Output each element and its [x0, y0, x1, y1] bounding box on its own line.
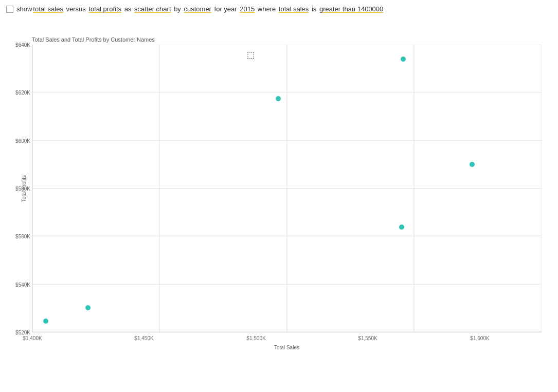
query-by: by [172, 4, 183, 15]
query-versus: versus [64, 4, 88, 15]
query-greater-than: greater than 1400000 [319, 4, 383, 15]
query-for-year: for year [212, 4, 239, 15]
query-is: is [310, 4, 318, 15]
x-tick-1600: $1,600K [470, 335, 489, 341]
x-axis-label: Total Sales [32, 345, 542, 350]
data-dot-5 [399, 225, 404, 230]
data-dot-4 [401, 57, 406, 62]
chart-title: Total Sales and Total Profits by Custome… [6, 36, 552, 43]
query-total-sales-2: total sales [279, 4, 309, 15]
x-tick-1500: $1,500K [246, 335, 265, 341]
query-show: show [16, 4, 32, 15]
x-tick-1450: $1,450K [134, 335, 153, 341]
checkbox-icon[interactable] [6, 6, 13, 13]
y-tick-600: $600K [15, 138, 30, 143]
y-tick-540: $540K [15, 282, 30, 287]
query-total-sales-1: total sales [33, 4, 63, 15]
chart-grid [32, 45, 542, 332]
data-dot-2 [85, 305, 91, 310]
data-dot-3 [276, 96, 281, 101]
y-tick-580: $580K [15, 185, 30, 191]
y-tick-520: $520K [15, 329, 30, 335]
x-tick-1400: $1,400K [23, 335, 42, 341]
query-scatter-chart: scatter chart [134, 4, 171, 15]
query-customer: customer [184, 4, 211, 15]
data-dot-6 [470, 162, 475, 167]
query-as: as [122, 4, 133, 15]
y-tick-560: $560K [15, 233, 30, 239]
query-total-profits: total profits [88, 4, 121, 15]
y-tick-620: $620K [15, 89, 30, 95]
chart-container: Total Sales and Total Profits by Custome… [6, 36, 552, 355]
query-year: 2015 [240, 4, 255, 15]
data-dot-1 [43, 319, 48, 324]
query-bar: show total sales versus total profits as… [0, 0, 558, 19]
y-tick-640: $640K [15, 42, 30, 47]
x-tick-1550: $1,550K [358, 335, 377, 341]
query-where: where [256, 4, 278, 15]
